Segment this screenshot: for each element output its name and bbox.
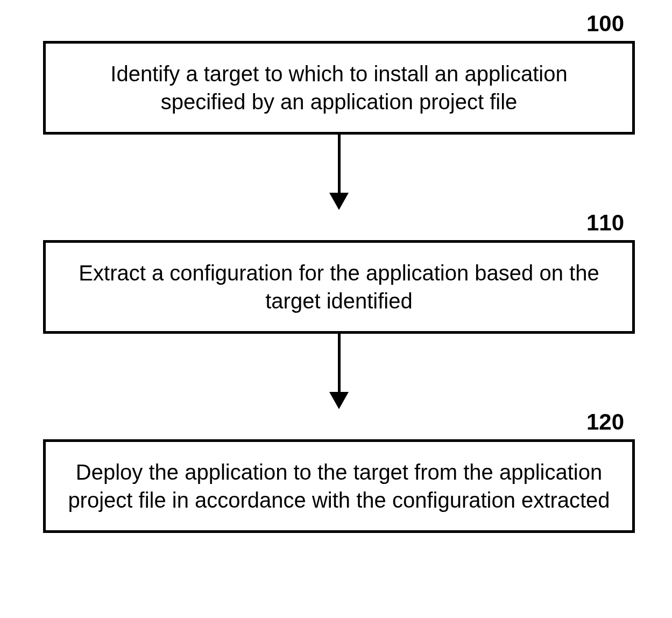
step-box: Identify a target to which to install an… (43, 41, 635, 135)
step-box: Deploy the application to the target fro… (43, 439, 635, 533)
arrow-line (338, 334, 341, 393)
flowchart-step: 110 Extract a configuration for the appl… (43, 210, 635, 334)
arrow-head-icon (329, 193, 349, 210)
step-text: Identify a target to which to install an… (67, 60, 611, 116)
step-text: Deploy the application to the target fro… (67, 458, 611, 514)
flowchart-diagram: 100 Identify a target to which to instal… (43, 11, 635, 533)
step-label: 100 (43, 11, 635, 37)
flowchart-step: 100 Identify a target to which to instal… (43, 11, 635, 135)
flowchart-arrow (43, 334, 635, 409)
arrow-head-icon (329, 392, 349, 409)
step-text: Extract a configuration for the applicat… (67, 259, 611, 315)
step-label: 110 (43, 210, 635, 236)
arrow-line (338, 135, 341, 194)
flowchart-arrow (43, 135, 635, 210)
step-label: 120 (43, 409, 635, 435)
step-box: Extract a configuration for the applicat… (43, 240, 635, 334)
flowchart-step: 120 Deploy the application to the target… (43, 409, 635, 533)
